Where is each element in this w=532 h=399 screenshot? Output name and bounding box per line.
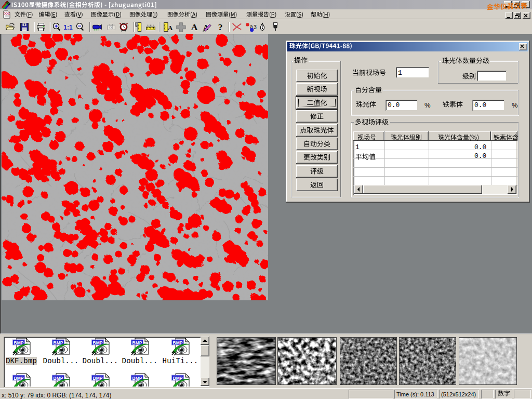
svg-text:BMP: BMP: [132, 340, 142, 345]
svg-text:A: A: [168, 24, 173, 32]
svg-text:?: ?: [218, 22, 223, 32]
svg-text:BMP: BMP: [14, 340, 24, 345]
svg-text:DOC: DOC: [4, 12, 10, 15]
svg-text:BMP: BMP: [54, 340, 63, 345]
svg-text:BMP: BMP: [93, 340, 103, 345]
svg-text:3: 3: [254, 24, 257, 30]
svg-text:A: A: [191, 22, 198, 32]
svg-text:BMP: BMP: [93, 376, 103, 381]
svg-text:BMP: BMP: [14, 376, 24, 381]
svg-text:BMP: BMP: [132, 376, 142, 381]
svg-text:BMP: BMP: [54, 376, 63, 381]
svg-text:BMP: BMP: [173, 376, 183, 381]
svg-text:BMP: BMP: [173, 340, 183, 345]
svg-text:1:1: 1:1: [63, 24, 73, 31]
